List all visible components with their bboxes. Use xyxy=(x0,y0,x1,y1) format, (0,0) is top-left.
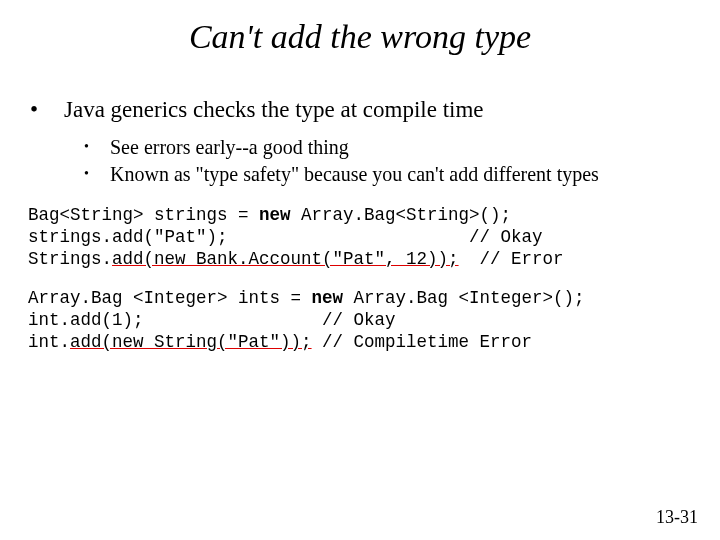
bullet-text: Java generics checks the type at compile… xyxy=(64,96,484,125)
code-text: Array.Bag<String>(); xyxy=(291,205,512,225)
code-text: strings.add("Pat"); // Okay xyxy=(28,227,543,247)
bullet-dot: • xyxy=(84,135,110,160)
code-text: Strings. xyxy=(28,249,112,269)
code-text: // Error xyxy=(459,249,564,269)
bullet-level2: • See errors early--a good thing xyxy=(84,135,692,160)
code-error: add(new String("Pat")); xyxy=(70,332,312,352)
bullet-text: Known as "type safety" because you can't… xyxy=(110,162,599,187)
bullet-level2: • Known as "type safety" because you can… xyxy=(84,162,692,187)
code-keyword: new xyxy=(259,205,291,225)
code-error: add(new Bank.Account("Pat", 12)); xyxy=(112,249,459,269)
bullet-level1: • Java generics checks the type at compi… xyxy=(28,96,692,125)
code-text: Array.Bag <Integer> ints = xyxy=(28,288,312,308)
bullet-dot: • xyxy=(84,162,110,187)
slide-number: 13-31 xyxy=(656,507,698,528)
code-keyword: new xyxy=(312,288,344,308)
code-text: // Compiletime Error xyxy=(312,332,533,352)
bullet-text: See errors early--a good thing xyxy=(110,135,349,160)
slide-title: Can't add the wrong type xyxy=(28,18,692,56)
slide: Can't add the wrong type • Java generics… xyxy=(0,0,720,540)
code-block-2: Array.Bag <Integer> ints = new Array.Bag… xyxy=(28,288,692,354)
code-text: int.add(1); // Okay xyxy=(28,310,396,330)
bullet-dot: • xyxy=(28,96,64,125)
code-text: Array.Bag <Integer>(); xyxy=(343,288,585,308)
code-text: int. xyxy=(28,332,70,352)
code-text: Bag<String> strings = xyxy=(28,205,259,225)
code-block-1: Bag<String> strings = new Array.Bag<Stri… xyxy=(28,205,692,271)
